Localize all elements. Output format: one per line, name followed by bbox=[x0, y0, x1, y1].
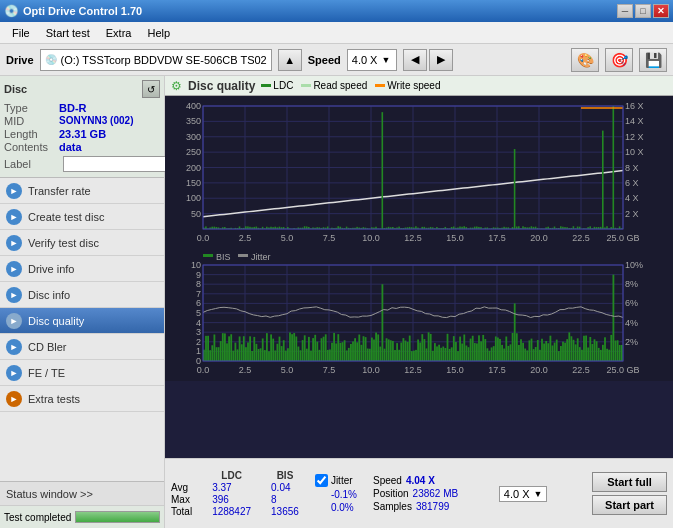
disc-info-label: Disc info bbox=[28, 289, 70, 301]
bis-max: 8 bbox=[271, 494, 299, 505]
write-speed-legend-dot bbox=[375, 84, 385, 87]
bis-header: BIS bbox=[271, 470, 299, 481]
stats-bar: X Avg Max Total LDC 3.37 396 1288427 BIS… bbox=[165, 458, 673, 528]
nav-drive-info[interactable]: ► Drive info bbox=[0, 256, 164, 282]
speed-position-section: Speed 4.04 X Position 23862 MB Samples 3… bbox=[373, 475, 458, 512]
cd-bler-icon: ► bbox=[6, 339, 22, 355]
drive-info-label: Drive info bbox=[28, 263, 74, 275]
contents-label: Contents bbox=[4, 141, 59, 153]
extra-tests-label: Extra tests bbox=[28, 393, 80, 405]
drive-info-icon: ► bbox=[6, 261, 22, 277]
quality-icon: ⚙ bbox=[171, 79, 182, 93]
jitter-label: Jitter bbox=[331, 475, 353, 486]
contents-value: data bbox=[59, 141, 82, 153]
save-icon-button[interactable]: 💾 bbox=[639, 48, 667, 72]
quality-title: Disc quality bbox=[188, 79, 255, 93]
stats-table: X Avg Max Total LDC 3.37 396 1288427 BIS… bbox=[171, 470, 299, 517]
type-label: Type bbox=[4, 102, 59, 114]
ldc-total: 1288427 bbox=[212, 506, 251, 517]
ldc-avg: 3.37 bbox=[212, 482, 251, 493]
bis-total: 13656 bbox=[271, 506, 299, 517]
drive-label: Drive bbox=[6, 54, 34, 66]
legend: LDC Read speed Write speed bbox=[261, 80, 440, 91]
eject-button[interactable]: ▲ bbox=[278, 49, 302, 71]
jitter-checkbox[interactable] bbox=[315, 474, 328, 487]
total-label: Total bbox=[171, 506, 192, 517]
mid-label: MID bbox=[4, 115, 59, 127]
menu-help[interactable]: Help bbox=[139, 25, 178, 41]
nav-extra-tests[interactable]: ► Extra tests bbox=[0, 386, 164, 412]
speed-label: Speed bbox=[308, 54, 341, 66]
samples-value: 381799 bbox=[416, 501, 449, 512]
close-button[interactable]: ✕ bbox=[653, 4, 669, 18]
nav-disc-info[interactable]: ► Disc info bbox=[0, 282, 164, 308]
fe-te-icon: ► bbox=[6, 365, 22, 381]
bis-jitter-chart bbox=[165, 251, 673, 381]
charts-area bbox=[165, 96, 673, 458]
start-full-button[interactable]: Start full bbox=[592, 472, 667, 492]
verify-test-disc-icon: ► bbox=[6, 235, 22, 251]
menu-file[interactable]: File bbox=[4, 25, 38, 41]
test-progress-inner bbox=[76, 512, 159, 522]
ldc-chart bbox=[165, 96, 673, 251]
color-icon-button[interactable]: 🎨 bbox=[571, 48, 599, 72]
mid-value: SONYNN3 (002) bbox=[59, 115, 133, 127]
disc-refresh-button[interactable]: ↺ bbox=[142, 80, 160, 98]
nav-verify-test-disc[interactable]: ► Verify test disc bbox=[0, 230, 164, 256]
samples-label: Samples bbox=[373, 501, 412, 512]
fe-te-label: FE / TE bbox=[28, 367, 65, 379]
status-section: Status window >> Test completed bbox=[0, 481, 164, 528]
menu-bar: File Start test Extra Help bbox=[0, 22, 673, 44]
drive-bar: Drive 💿 (O:) TSSTcorp BDDVDW SE-506CB TS… bbox=[0, 44, 673, 76]
create-test-disc-label: Create test disc bbox=[28, 211, 104, 223]
verify-test-disc-label: Verify test disc bbox=[28, 237, 99, 249]
maximize-button[interactable]: □ bbox=[635, 4, 651, 18]
jitter-max: 0.0% bbox=[315, 502, 357, 513]
menu-extra[interactable]: Extra bbox=[98, 25, 140, 41]
right-panel: ⚙ Disc quality LDC Read speed Write spee… bbox=[165, 76, 673, 528]
nav-items: ► Transfer rate ► Create test disc ► Ver… bbox=[0, 178, 164, 481]
disc-info-icon: ► bbox=[6, 287, 22, 303]
read-speed-legend-dot bbox=[301, 84, 311, 87]
left-panel: Disc ↺ Type BD-R MID SONYNN3 (002) Lengt… bbox=[0, 76, 165, 528]
speed-stat-value: 4.04 X bbox=[406, 475, 435, 486]
stat-labels-col: X Avg Max Total bbox=[171, 470, 192, 517]
max-label: Max bbox=[171, 494, 192, 505]
test-completed-label: Test completed bbox=[4, 512, 71, 523]
menu-start-test[interactable]: Start test bbox=[38, 25, 98, 41]
read-speed-legend-label: Read speed bbox=[313, 80, 367, 91]
disc-title: Disc bbox=[4, 83, 27, 95]
nav-create-test-disc[interactable]: ► Create test disc bbox=[0, 204, 164, 230]
length-label: Length bbox=[4, 128, 59, 140]
speed-select[interactable]: 4.0 X ▼ bbox=[347, 49, 397, 71]
disc-quality-label: Disc quality bbox=[28, 315, 84, 327]
speed-next-button[interactable]: ▶ bbox=[429, 49, 453, 71]
start-part-button[interactable]: Start part bbox=[592, 495, 667, 515]
target-icon-button[interactable]: 🎯 bbox=[605, 48, 633, 72]
type-value: BD-R bbox=[59, 102, 87, 114]
app-icon: 💿 bbox=[4, 4, 19, 18]
write-speed-legend-label: Write speed bbox=[387, 80, 440, 91]
nav-disc-quality[interactable]: ► Disc quality bbox=[0, 308, 164, 334]
disc-section: Disc ↺ Type BD-R MID SONYNN3 (002) Lengt… bbox=[0, 76, 164, 178]
jitter-section: Jitter -0.1% 0.0% bbox=[315, 474, 357, 513]
stat-bis-col: BIS 0.04 8 13656 bbox=[271, 470, 299, 517]
transfer-rate-label: Transfer rate bbox=[28, 185, 91, 197]
drive-select[interactable]: 💿 (O:) TSSTcorp BDDVDW SE-506CB TS02 bbox=[40, 49, 272, 71]
nav-cd-bler[interactable]: ► CD Bler bbox=[0, 334, 164, 360]
nav-transfer-rate[interactable]: ► Transfer rate bbox=[0, 178, 164, 204]
ldc-header: LDC bbox=[212, 470, 251, 481]
minimize-button[interactable]: ─ bbox=[617, 4, 633, 18]
label-label: Label bbox=[4, 158, 59, 170]
status-window-button[interactable]: Status window >> bbox=[0, 482, 164, 506]
start-buttons: Start full Start part bbox=[592, 472, 667, 515]
speed-dropdown-container: 4.0 X ▼ bbox=[499, 486, 552, 502]
speed-prev-button[interactable]: ◀ bbox=[403, 49, 427, 71]
disc-quality-icon: ► bbox=[6, 313, 22, 329]
test-progress-outer bbox=[75, 511, 160, 523]
nav-fe-te[interactable]: ► FE / TE bbox=[0, 360, 164, 386]
ldc-legend-label: LDC bbox=[273, 80, 293, 91]
status-window-label: Status window >> bbox=[6, 488, 93, 500]
speed-stat-dropdown[interactable]: 4.0 X ▼ bbox=[499, 486, 548, 502]
bis-avg: 0.04 bbox=[271, 482, 299, 493]
